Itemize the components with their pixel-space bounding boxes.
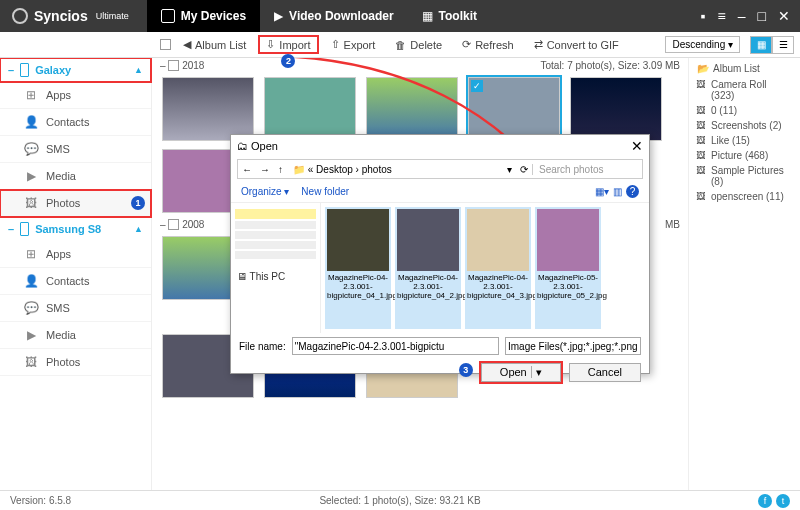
minimize-icon[interactable]: – xyxy=(738,8,746,24)
chevron-up-icon[interactable]: ▲ xyxy=(134,65,143,75)
file-item[interactable]: MagazinePic-04-2.3.001-bigpicture_04_2.j… xyxy=(395,207,461,329)
phone-icon xyxy=(20,63,29,77)
help-icon[interactable]: ? xyxy=(626,185,639,198)
status-bar: Version: 6.5.8 Selected: 1 photo(s), Siz… xyxy=(0,490,800,510)
nav-video-downloader[interactable]: ▶Video Downloader xyxy=(260,0,407,32)
organize-menu[interactable]: Organize ▾ xyxy=(241,186,289,197)
chevron-up-icon[interactable]: ▲ xyxy=(134,224,143,234)
refresh-icon: ⟳ xyxy=(462,38,471,51)
photo-thumb-selected[interactable] xyxy=(468,77,560,141)
import-icon: ⇩ xyxy=(266,38,275,51)
dialog-search-input[interactable]: Search photos xyxy=(532,164,642,175)
sidebar-item-sms[interactable]: 💬SMS xyxy=(0,136,151,163)
file-item[interactable]: MagazinePic-04-2.3.001-bigpicture_04_3.j… xyxy=(465,207,531,329)
photos-icon: 🖼 xyxy=(24,355,38,369)
file-item[interactable]: MagazinePic-05-2.3.001-bigpicture_05_2.j… xyxy=(535,207,601,329)
group-checkbox[interactable] xyxy=(168,60,179,71)
view-grid[interactable]: ▦ xyxy=(750,36,772,54)
trash-icon: 🗑 xyxy=(395,39,406,51)
filetype-filter[interactable] xyxy=(505,337,641,355)
dropdown-icon[interactable]: ▾ xyxy=(531,366,542,378)
nav-fwd-icon[interactable]: → xyxy=(256,164,274,175)
group-checkbox[interactable] xyxy=(168,219,179,230)
filename-input[interactable] xyxy=(292,337,499,355)
apps-icon: ⊞ xyxy=(24,247,38,261)
album-item[interactable]: 0 (11) xyxy=(693,103,796,118)
view-list[interactable]: ☰ xyxy=(772,36,794,54)
sidebar: –Galaxy▲ ⊞Apps 👤Contacts 💬SMS ▶Media 🖼Ph… xyxy=(0,58,152,490)
refresh-icon[interactable]: ⟳ xyxy=(516,164,532,175)
export-button[interactable]: ⇧Export xyxy=(323,35,384,54)
collapse-icon[interactable]: – xyxy=(160,60,166,71)
photo-thumb[interactable] xyxy=(366,77,458,141)
sms-icon: 💬 xyxy=(24,142,38,156)
sidebar-item-contacts-2[interactable]: 👤Contacts xyxy=(0,268,151,295)
open-button[interactable]: Open▾ xyxy=(481,363,561,382)
collapse-icon[interactable]: – xyxy=(160,219,166,230)
album-item[interactable]: Like (15) xyxy=(693,133,796,148)
refresh-button[interactable]: ⟳Refresh xyxy=(454,35,522,54)
sidebar-item-sms-2[interactable]: 💬SMS xyxy=(0,295,151,322)
delete-button[interactable]: 🗑Delete xyxy=(387,36,450,54)
album-item[interactable]: Sample Pictures (8) xyxy=(693,163,796,189)
nav-back-icon[interactable]: ← xyxy=(238,164,256,175)
filename-label: File name: xyxy=(239,341,286,352)
media-icon: ▶ xyxy=(24,328,38,342)
convert-gif-button[interactable]: ⇄Convert to GIF xyxy=(526,35,627,54)
badge-1: 1 xyxy=(131,196,145,210)
chat-icon[interactable]: ▪ xyxy=(701,8,706,24)
cancel-button[interactable]: Cancel xyxy=(569,363,641,382)
sidebar-item-media[interactable]: ▶Media xyxy=(0,163,151,190)
dialog-address-bar[interactable]: ← → ↑ 📁 « Desktop › photos ▾ ⟳ Search ph… xyxy=(237,159,643,179)
back-button[interactable]: ◀Album List xyxy=(175,35,254,54)
sidebar-item-photos-2[interactable]: 🖼Photos xyxy=(0,349,151,376)
sidebar-item-media-2[interactable]: ▶Media xyxy=(0,322,151,349)
app-edition: Ultimate xyxy=(96,11,129,21)
menu-icon[interactable]: ≡ xyxy=(718,8,726,24)
preview-pane[interactable]: ▥ xyxy=(613,186,622,197)
dialog-nav-tree[interactable]: 🖥 This PC xyxy=(231,203,321,333)
sidebar-item-apps-2[interactable]: ⊞Apps xyxy=(0,241,151,268)
titlebar: Syncios Ultimate My Devices ▶Video Downl… xyxy=(0,0,800,32)
album-item[interactable]: Screenshots (2) xyxy=(693,118,796,133)
dialog-titlebar: 🗂 Open ✕ xyxy=(231,135,649,157)
dialog-close-icon[interactable]: ✕ xyxy=(631,138,643,154)
phone-icon xyxy=(20,222,29,236)
album-list-title: 📂Album List xyxy=(693,60,796,77)
twitter-icon[interactable]: t xyxy=(776,494,790,508)
group-header-2018: – 2018 Total: 7 photo(s), Size: 3.09 MB xyxy=(152,58,688,73)
file-item[interactable]: MagazinePic-04-2.3.001-bigpicture_04_1.j… xyxy=(325,207,391,329)
folder-icon: 📂 xyxy=(697,63,709,74)
close-icon[interactable]: ✕ xyxy=(778,8,790,24)
import-button[interactable]: ⇩Import 2 xyxy=(258,35,318,54)
photo-thumb[interactable] xyxy=(570,77,662,141)
view-options[interactable]: ▦▾ xyxy=(595,186,609,197)
maximize-icon[interactable]: □ xyxy=(758,8,766,24)
sidebar-item-photos[interactable]: 🖼Photos 1 xyxy=(0,190,151,217)
nav-toolkit[interactable]: ▦Toolkit xyxy=(408,0,491,32)
album-item[interactable]: Picture (468) xyxy=(693,148,796,163)
facebook-icon[interactable]: f xyxy=(758,494,772,508)
select-all-checkbox[interactable] xyxy=(160,39,171,50)
app-icon xyxy=(12,8,28,24)
photo-thumb[interactable] xyxy=(264,77,356,141)
this-pc[interactable]: 🖥 This PC xyxy=(235,269,316,284)
album-item[interactable]: Camera Roll (323) xyxy=(693,77,796,103)
photo-thumb[interactable] xyxy=(162,77,254,141)
nav-up-icon[interactable]: ↑ xyxy=(274,164,287,175)
device-galaxy[interactable]: –Galaxy▲ xyxy=(0,58,151,82)
device-samsung[interactable]: –Samsung S8▲ xyxy=(0,217,151,241)
sort-dropdown[interactable]: Descending ▾ xyxy=(665,36,740,53)
play-icon: ▶ xyxy=(274,9,283,23)
sidebar-item-contacts[interactable]: 👤Contacts xyxy=(0,109,151,136)
nav-my-devices[interactable]: My Devices xyxy=(147,0,260,32)
media-icon: ▶ xyxy=(24,169,38,183)
dropdown-icon[interactable]: ▾ xyxy=(503,164,516,175)
contacts-icon: 👤 xyxy=(24,115,38,129)
new-folder-button[interactable]: New folder xyxy=(301,186,349,197)
dialog-file-list: MagazinePic-04-2.3.001-bigpicture_04_1.j… xyxy=(321,203,649,333)
album-item[interactable]: openscreen (11) xyxy=(693,189,796,204)
window-controls: ▪ ≡ – □ ✕ xyxy=(701,8,800,24)
sidebar-item-apps[interactable]: ⊞Apps xyxy=(0,82,151,109)
back-icon: ◀ xyxy=(183,38,191,51)
